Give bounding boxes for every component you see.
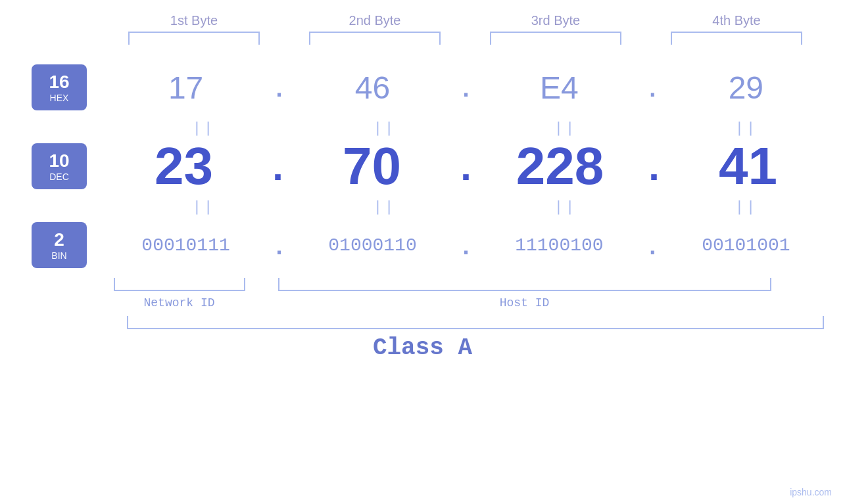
- main-container: 1st Byte 2nd Byte 3rd Byte 4th Byte 16 H…: [0, 0, 845, 504]
- hex-byte4: 29: [673, 70, 818, 106]
- bracket-top-1: [128, 32, 260, 45]
- dec-values-row: 23 . 70 . 228 . 41: [87, 136, 845, 196]
- watermark: ipshu.com: [790, 487, 832, 497]
- class-a-label: Class A: [373, 334, 472, 361]
- bin-dot2: .: [459, 237, 473, 260]
- byte1-label: 1st Byte: [122, 13, 266, 28]
- dec-row: 10 DEC 23 . 70 . 228 . 41: [0, 137, 845, 196]
- dec-dot2: .: [454, 150, 477, 189]
- hex-dot2: .: [459, 79, 473, 103]
- id-labels-row: Network ID Host ID: [114, 296, 837, 309]
- eq2-4: ||: [674, 198, 819, 214]
- hex-badge: 16 HEX: [32, 64, 87, 110]
- bracket-host: [278, 278, 771, 291]
- dec-byte4: 41: [675, 136, 820, 196]
- bin-row: 2 BIN 00010111 . 01000110 . 11100100 . 0…: [0, 216, 845, 275]
- network-id-label: Network ID: [114, 296, 245, 309]
- hex-base-num: 16: [49, 72, 69, 93]
- bracket-top-3: [490, 32, 621, 45]
- eq2-2: ||: [312, 198, 457, 214]
- dec-byte3: 228: [487, 136, 632, 196]
- byte4-label: 4th Byte: [664, 13, 809, 28]
- eq2-1: ||: [132, 198, 276, 214]
- bottom-bracket-row: [114, 278, 837, 291]
- bin-byte2: 01000110: [301, 235, 445, 256]
- dec-badge: 10 DEC: [32, 143, 87, 189]
- hex-byte1: 17: [114, 70, 258, 106]
- dec-base-label: DEC: [49, 172, 69, 182]
- bracket-top-4: [671, 32, 802, 45]
- dec-byte2: 70: [299, 136, 444, 196]
- equals-row-2: || || || ||: [114, 196, 837, 216]
- eq2-3: ||: [493, 198, 638, 214]
- bracket-top-2: [309, 32, 441, 45]
- byte-labels-row: 1st Byte 2nd Byte 3rd Byte 4th Byte: [104, 13, 827, 28]
- hex-byte3: E4: [487, 70, 631, 106]
- dec-dot3: .: [642, 150, 665, 189]
- byte3-label: 3rd Byte: [483, 13, 628, 28]
- bracket-network: [114, 278, 245, 291]
- eq1-1: ||: [132, 119, 276, 135]
- bin-values-row: 00010111 . 01000110 . 11100100 . 0010100…: [87, 235, 845, 256]
- bin-byte3: 11100100: [487, 235, 631, 256]
- big-bracket-row: [127, 316, 824, 329]
- top-bracket-row: [104, 32, 827, 45]
- eq1-3: ||: [493, 119, 638, 135]
- dec-dot1: .: [266, 150, 289, 189]
- hex-values-row: 17 . 46 . E4 . 29: [87, 70, 845, 106]
- bin-base-label: BIN: [51, 250, 66, 261]
- hex-base-label: HEX: [50, 93, 69, 103]
- bin-badge: 2 BIN: [32, 222, 87, 268]
- hex-row: 16 HEX 17 . 46 . E4 . 29: [0, 58, 845, 117]
- hex-dot3: .: [646, 79, 660, 103]
- equals-row-1: || || || ||: [114, 117, 837, 137]
- eq1-4: ||: [674, 119, 819, 135]
- class-label-row: Class A: [0, 334, 845, 361]
- hex-byte2: 46: [301, 70, 445, 106]
- bin-byte1: 00010111: [114, 235, 258, 256]
- bin-dot1: .: [272, 237, 287, 260]
- host-id-label: Host ID: [278, 296, 771, 309]
- eq1-2: ||: [312, 119, 457, 135]
- hex-dot1: .: [272, 79, 287, 103]
- big-bracket: [127, 316, 824, 329]
- bin-base-num: 2: [54, 229, 64, 250]
- byte2-label: 2nd Byte: [302, 13, 447, 28]
- bin-byte4: 00101001: [673, 235, 818, 256]
- bin-dot3: .: [646, 237, 660, 260]
- dec-byte1: 23: [111, 136, 256, 196]
- dec-base-num: 10: [49, 150, 69, 172]
